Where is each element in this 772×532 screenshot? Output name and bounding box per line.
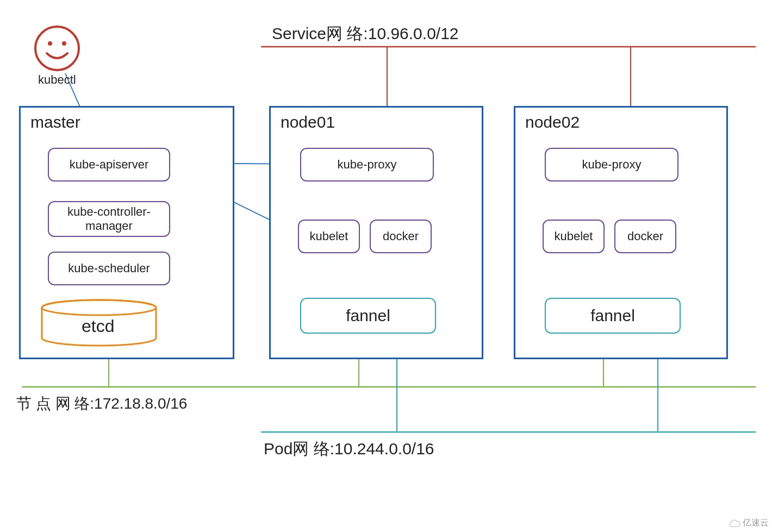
node02-fannel-box: fannel bbox=[545, 298, 681, 334]
svg-point-19 bbox=[48, 41, 52, 46]
watermark: 亿速云 bbox=[729, 517, 769, 529]
node02-docker-label: docker bbox=[627, 229, 663, 243]
node01-docker-label: docker bbox=[383, 229, 419, 243]
kubectl-label: kubectl bbox=[38, 73, 76, 87]
node01-kube-proxy-label: kube-proxy bbox=[338, 158, 397, 172]
etcd-label: etcd bbox=[82, 316, 114, 336]
kube-apiserver-label: kube-apiserver bbox=[70, 158, 149, 172]
kube-controller-manager-label: kube-controller- manager bbox=[67, 205, 151, 234]
kube-scheduler-label: kube-scheduler bbox=[68, 261, 150, 276]
node01-fannel-box: fannel bbox=[300, 298, 436, 334]
node02-kube-proxy-label: kube-proxy bbox=[582, 158, 642, 172]
node02-kubelet-label: kubelet bbox=[555, 229, 593, 243]
node01-title: node01 bbox=[281, 113, 335, 132]
kubectl-icon bbox=[34, 25, 80, 74]
node01-fannel-label: fannel bbox=[346, 306, 390, 325]
node02-kube-proxy-box: kube-proxy bbox=[545, 148, 678, 181]
node01-kube-proxy-box: kube-proxy bbox=[300, 148, 434, 181]
kube-scheduler-box: kube-scheduler bbox=[48, 252, 170, 285]
node02-docker-box: docker bbox=[614, 220, 676, 253]
svg-point-18 bbox=[35, 27, 79, 70]
cloud-icon bbox=[729, 519, 740, 528]
master-title: master bbox=[30, 113, 80, 132]
kube-apiserver-box: kube-apiserver bbox=[48, 148, 170, 181]
watermark-text: 亿速云 bbox=[743, 517, 769, 529]
service-network-label: Service网 络:10.96.0.0/12 bbox=[272, 23, 459, 45]
node01-docker-box: docker bbox=[370, 220, 432, 253]
node02-kubelet-box: kubelet bbox=[543, 220, 605, 253]
node01-kubelet-label: kubelet bbox=[310, 229, 348, 243]
kube-controller-manager-box: kube-controller- manager bbox=[48, 201, 170, 237]
svg-point-20 bbox=[62, 41, 66, 46]
node01-kubelet-box: kubelet bbox=[298, 220, 360, 253]
pod-network-label: Pod网 络:10.244.0.0/16 bbox=[264, 438, 434, 460]
node02-title: node02 bbox=[525, 113, 580, 132]
node-network-label: 节 点 网 络:172.18.8.0/16 bbox=[16, 393, 187, 414]
node02-fannel-label: fannel bbox=[590, 306, 635, 325]
